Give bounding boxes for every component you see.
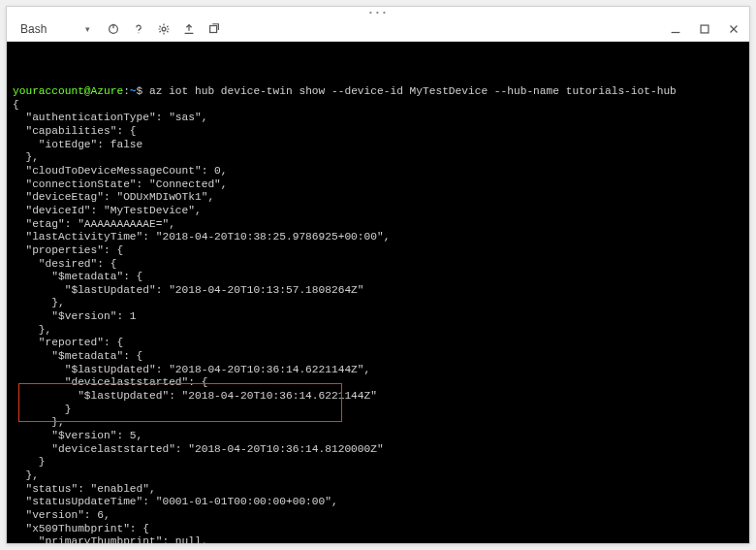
output-line: "$metadata": { bbox=[13, 350, 743, 364]
output-line: "cloudToDeviceMessageCount": 0, bbox=[13, 165, 743, 178]
svg-point-3 bbox=[162, 27, 166, 31]
output-line: "iotEdge": false bbox=[13, 139, 743, 152]
restart-icon[interactable] bbox=[106, 21, 121, 37]
output-line: } bbox=[13, 456, 743, 469]
chevron-down-icon: ▾ bbox=[85, 24, 90, 34]
output-line: "primaryThumbprint": null, bbox=[13, 535, 743, 543]
output-line: "authenticationType": "sas", bbox=[13, 112, 743, 125]
output-line: "connectionState": "Connected", bbox=[13, 178, 743, 192]
new-window-icon[interactable] bbox=[206, 21, 222, 37]
output-line: }, bbox=[13, 416, 743, 430]
command-text: az iot hub device-twin show --device-id … bbox=[149, 85, 677, 97]
output-line: "deviceId": "MyTestDevice", bbox=[13, 205, 743, 218]
terminal[interactable]: youraccount@Azure:~$ az iot hub device-t… bbox=[7, 42, 749, 543]
window-controls bbox=[668, 21, 741, 37]
output-line: }, bbox=[13, 469, 743, 483]
shell-selector[interactable]: Bash ▾ bbox=[15, 20, 96, 38]
output-line: "deviceEtag": "ODUxMDIwOTk1", bbox=[13, 191, 743, 205]
svg-rect-6 bbox=[701, 25, 709, 33]
output-line: "properties": { bbox=[13, 244, 743, 258]
toolbar: Bash ▾ bbox=[7, 16, 749, 42]
output-line: }, bbox=[13, 324, 743, 338]
output-line: } bbox=[13, 404, 743, 417]
svg-point-2 bbox=[139, 32, 140, 33]
svg-rect-4 bbox=[210, 25, 217, 32]
output-line: "status": "enabled", bbox=[13, 483, 743, 497]
output-line: "reported": { bbox=[13, 337, 743, 350]
settings-icon[interactable] bbox=[156, 21, 172, 37]
output-line: "lastActivityTime": "2018-04-20T10:38:25… bbox=[13, 231, 743, 244]
output-line: { bbox=[13, 99, 743, 113]
close-icon[interactable] bbox=[726, 21, 741, 37]
output-line: "$lastUpdated": "2018-04-20T10:13:57.180… bbox=[13, 284, 743, 298]
output-line: "$version": 5, bbox=[13, 430, 743, 443]
output-line: "desired": { bbox=[13, 258, 743, 272]
output-line: "etag": "AAAAAAAAAAE=", bbox=[13, 218, 743, 232]
minimize-icon[interactable] bbox=[668, 21, 683, 37]
output-line: "$lastUpdated": "2018-04-20T10:36:14.622… bbox=[13, 390, 743, 404]
output-line: "$lastUpdated": "2018-04-20T10:36:14.622… bbox=[13, 364, 743, 377]
help-icon[interactable] bbox=[131, 21, 146, 37]
prompt-line: youraccount@Azure:~$ az iot hub device-t… bbox=[13, 85, 743, 99]
output-line: "$metadata": { bbox=[13, 271, 743, 284]
output-line: "capabilities": { bbox=[13, 125, 743, 139]
drag-dots-icon: • • • bbox=[369, 8, 387, 16]
output-line: }, bbox=[13, 297, 743, 310]
drag-handle[interactable]: • • • bbox=[7, 7, 749, 16]
output-line: "version": 6, bbox=[13, 509, 743, 523]
maximize-icon[interactable] bbox=[697, 21, 712, 37]
cloud-shell-window: • • • Bash ▾ bbox=[6, 6, 750, 544]
output-line: "$version": 1 bbox=[13, 310, 743, 324]
shell-label: Bash bbox=[20, 22, 47, 36]
upload-icon[interactable] bbox=[181, 21, 197, 37]
output-line: "statusUpdateTime": "0001-01-01T00:00:00… bbox=[13, 496, 743, 509]
output-line: }, bbox=[13, 151, 743, 165]
output-line: "devicelaststarted": "2018-04-20T10:36:1… bbox=[13, 443, 743, 457]
output-line: "devicelaststarted": { bbox=[13, 376, 743, 390]
output-line: "x509Thumbprint": { bbox=[13, 523, 743, 536]
